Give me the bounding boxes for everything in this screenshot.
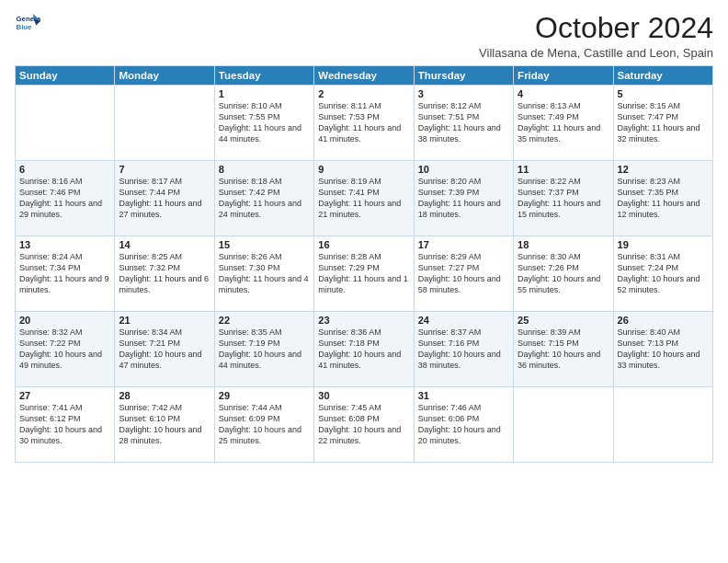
day-number: 20 xyxy=(19,315,110,326)
day-number: 12 xyxy=(618,164,709,175)
cell-content: Sunrise: 8:23 AM Sunset: 7:35 PM Dayligh… xyxy=(618,176,709,221)
day-number: 30 xyxy=(318,390,409,401)
logo-icon: General Blue xyxy=(15,11,40,37)
calendar-cell: 24Sunrise: 8:37 AM Sunset: 7:16 PM Dayli… xyxy=(414,312,513,387)
cell-content: Sunrise: 8:22 AM Sunset: 7:37 PM Dayligh… xyxy=(518,176,609,221)
calendar-cell: 9Sunrise: 8:19 AM Sunset: 7:41 PM Daylig… xyxy=(314,161,414,236)
calendar-cell: 15Sunrise: 8:26 AM Sunset: 7:30 PM Dayli… xyxy=(214,236,313,312)
cell-content: Sunrise: 8:16 AM Sunset: 7:46 PM Dayligh… xyxy=(19,176,110,221)
day-header-saturday: Saturday xyxy=(613,66,712,86)
calendar: SundayMondayTuesdayWednesdayThursdayFrid… xyxy=(15,65,713,463)
day-number: 9 xyxy=(318,164,409,175)
day-number: 10 xyxy=(418,164,509,175)
month-title: October 2024 xyxy=(479,11,713,45)
calendar-week-4: 20Sunrise: 8:32 AM Sunset: 7:22 PM Dayli… xyxy=(16,312,713,387)
day-number: 6 xyxy=(19,164,110,175)
calendar-cell xyxy=(514,387,613,463)
cell-content: Sunrise: 8:12 AM Sunset: 7:51 PM Dayligh… xyxy=(418,100,509,145)
svg-text:Blue: Blue xyxy=(17,23,33,31)
day-number: 4 xyxy=(518,88,609,99)
day-number: 16 xyxy=(318,239,409,250)
calendar-cell: 19Sunrise: 8:31 AM Sunset: 7:24 PM Dayli… xyxy=(613,236,712,312)
day-header-monday: Monday xyxy=(115,66,214,86)
cell-content: Sunrise: 8:11 AM Sunset: 7:53 PM Dayligh… xyxy=(318,100,409,145)
day-number: 15 xyxy=(219,239,310,250)
calendar-cell: 17Sunrise: 8:29 AM Sunset: 7:27 PM Dayli… xyxy=(414,236,513,312)
cell-content: Sunrise: 8:24 AM Sunset: 7:34 PM Dayligh… xyxy=(19,251,110,296)
cell-content: Sunrise: 8:34 AM Sunset: 7:21 PM Dayligh… xyxy=(119,327,210,372)
cell-content: Sunrise: 8:28 AM Sunset: 7:29 PM Dayligh… xyxy=(318,251,409,296)
calendar-cell: 4Sunrise: 8:13 AM Sunset: 7:49 PM Daylig… xyxy=(514,86,613,161)
day-header-sunday: Sunday xyxy=(16,66,115,86)
location: Villasana de Mena, Castille and Leon, Sp… xyxy=(479,46,713,60)
day-number: 28 xyxy=(119,390,210,401)
calendar-cell: 6Sunrise: 8:16 AM Sunset: 7:46 PM Daylig… xyxy=(16,161,115,236)
calendar-cell: 30Sunrise: 7:45 AM Sunset: 6:08 PM Dayli… xyxy=(314,387,414,463)
calendar-cell: 25Sunrise: 8:39 AM Sunset: 7:15 PM Dayli… xyxy=(514,312,613,387)
day-number: 31 xyxy=(418,390,509,401)
calendar-cell: 10Sunrise: 8:20 AM Sunset: 7:39 PM Dayli… xyxy=(414,161,513,236)
calendar-cell: 8Sunrise: 8:18 AM Sunset: 7:42 PM Daylig… xyxy=(214,161,313,236)
cell-content: Sunrise: 8:37 AM Sunset: 7:16 PM Dayligh… xyxy=(418,327,509,372)
day-number: 23 xyxy=(318,315,409,326)
cell-content: Sunrise: 8:29 AM Sunset: 7:27 PM Dayligh… xyxy=(418,251,509,296)
calendar-header-row: SundayMondayTuesdayWednesdayThursdayFrid… xyxy=(16,66,713,86)
calendar-cell: 3Sunrise: 8:12 AM Sunset: 7:51 PM Daylig… xyxy=(414,86,513,161)
calendar-cell: 13Sunrise: 8:24 AM Sunset: 7:34 PM Dayli… xyxy=(16,236,115,312)
day-number: 29 xyxy=(219,390,310,401)
day-number: 17 xyxy=(418,239,509,250)
cell-content: Sunrise: 8:31 AM Sunset: 7:24 PM Dayligh… xyxy=(618,251,709,296)
calendar-cell: 28Sunrise: 7:42 AM Sunset: 6:10 PM Dayli… xyxy=(115,387,214,463)
day-number: 27 xyxy=(19,390,110,401)
cell-content: Sunrise: 8:18 AM Sunset: 7:42 PM Dayligh… xyxy=(219,176,310,221)
day-number: 8 xyxy=(219,164,310,175)
calendar-cell: 11Sunrise: 8:22 AM Sunset: 7:37 PM Dayli… xyxy=(514,161,613,236)
title-block: October 2024 Villasana de Mena, Castille… xyxy=(479,11,713,60)
calendar-cell: 26Sunrise: 8:40 AM Sunset: 7:13 PM Dayli… xyxy=(613,312,712,387)
cell-content: Sunrise: 7:46 AM Sunset: 6:06 PM Dayligh… xyxy=(418,402,509,447)
calendar-cell xyxy=(115,86,214,161)
cell-content: Sunrise: 8:39 AM Sunset: 7:15 PM Dayligh… xyxy=(518,327,609,372)
day-number: 19 xyxy=(618,239,709,250)
header: General Blue October 2024 Villasana de M… xyxy=(15,11,713,60)
cell-content: Sunrise: 7:45 AM Sunset: 6:08 PM Dayligh… xyxy=(318,402,409,447)
cell-content: Sunrise: 8:15 AM Sunset: 7:47 PM Dayligh… xyxy=(618,100,709,145)
day-number: 3 xyxy=(418,88,509,99)
cell-content: Sunrise: 8:19 AM Sunset: 7:41 PM Dayligh… xyxy=(318,176,409,221)
calendar-cell: 7Sunrise: 8:17 AM Sunset: 7:44 PM Daylig… xyxy=(115,161,214,236)
day-number: 7 xyxy=(119,164,210,175)
cell-content: Sunrise: 8:40 AM Sunset: 7:13 PM Dayligh… xyxy=(618,327,709,372)
calendar-cell: 21Sunrise: 8:34 AM Sunset: 7:21 PM Dayli… xyxy=(115,312,214,387)
calendar-cell: 23Sunrise: 8:36 AM Sunset: 7:18 PM Dayli… xyxy=(314,312,414,387)
calendar-cell: 12Sunrise: 8:23 AM Sunset: 7:35 PM Dayli… xyxy=(613,161,712,236)
page: General Blue October 2024 Villasana de M… xyxy=(0,0,728,563)
cell-content: Sunrise: 7:42 AM Sunset: 6:10 PM Dayligh… xyxy=(119,402,210,447)
calendar-cell: 20Sunrise: 8:32 AM Sunset: 7:22 PM Dayli… xyxy=(16,312,115,387)
calendar-cell: 18Sunrise: 8:30 AM Sunset: 7:26 PM Dayli… xyxy=(514,236,613,312)
day-number: 18 xyxy=(518,239,609,250)
day-number: 5 xyxy=(618,88,709,99)
calendar-cell: 14Sunrise: 8:25 AM Sunset: 7:32 PM Dayli… xyxy=(115,236,214,312)
calendar-week-3: 13Sunrise: 8:24 AM Sunset: 7:34 PM Dayli… xyxy=(16,236,713,312)
day-number: 13 xyxy=(19,239,110,250)
cell-content: Sunrise: 8:25 AM Sunset: 7:32 PM Dayligh… xyxy=(119,251,210,296)
day-number: 25 xyxy=(518,315,609,326)
calendar-cell xyxy=(613,387,712,463)
cell-content: Sunrise: 7:44 AM Sunset: 6:09 PM Dayligh… xyxy=(219,402,310,447)
day-number: 1 xyxy=(219,88,310,99)
day-header-tuesday: Tuesday xyxy=(214,66,313,86)
calendar-cell: 29Sunrise: 7:44 AM Sunset: 6:09 PM Dayli… xyxy=(214,387,313,463)
calendar-cell: 1Sunrise: 8:10 AM Sunset: 7:55 PM Daylig… xyxy=(214,86,313,161)
day-number: 14 xyxy=(119,239,210,250)
cell-content: Sunrise: 8:36 AM Sunset: 7:18 PM Dayligh… xyxy=(318,327,409,372)
cell-content: Sunrise: 8:17 AM Sunset: 7:44 PM Dayligh… xyxy=(119,176,210,221)
calendar-cell: 27Sunrise: 7:41 AM Sunset: 6:12 PM Dayli… xyxy=(16,387,115,463)
cell-content: Sunrise: 8:32 AM Sunset: 7:22 PM Dayligh… xyxy=(19,327,110,372)
day-number: 21 xyxy=(119,315,210,326)
calendar-cell xyxy=(16,86,115,161)
day-number: 24 xyxy=(418,315,509,326)
calendar-week-2: 6Sunrise: 8:16 AM Sunset: 7:46 PM Daylig… xyxy=(16,161,713,236)
logo: General Blue xyxy=(15,11,42,37)
calendar-cell: 22Sunrise: 8:35 AM Sunset: 7:19 PM Dayli… xyxy=(214,312,313,387)
cell-content: Sunrise: 8:30 AM Sunset: 7:26 PM Dayligh… xyxy=(518,251,609,296)
